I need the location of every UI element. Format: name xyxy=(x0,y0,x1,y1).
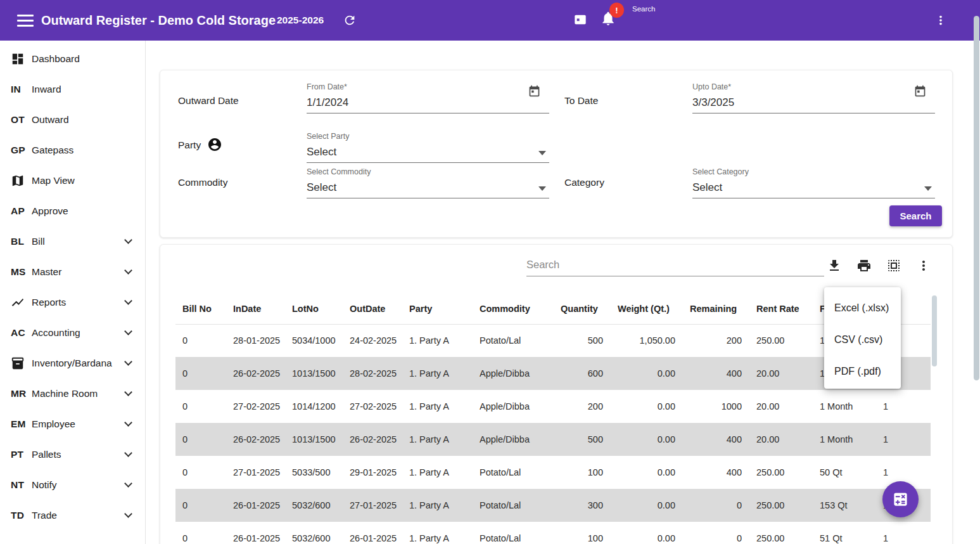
table-row[interactable]: 026-01-20255032/60027-01-20251. Party AP… xyxy=(175,489,931,522)
sidebar-item-trade[interactable]: TDTrade xyxy=(0,500,145,531)
cell xyxy=(908,324,931,357)
menu-item-csv-csv[interactable]: CSV (.csv) xyxy=(824,324,901,356)
from-date-field[interactable]: From Date* 1/1/2024 xyxy=(307,81,549,113)
column-header-indate[interactable]: InDate xyxy=(226,294,285,324)
sidebar-item-dashboard[interactable]: Dashboard xyxy=(0,44,145,74)
table-row[interactable]: 028-01-20255034/100024-02-20251. Party A… xyxy=(175,324,931,357)
sidebar-item-label: Notify xyxy=(32,479,57,491)
cell: 1. Party A xyxy=(402,357,473,390)
inventory-icon xyxy=(11,356,32,370)
cell xyxy=(908,423,931,456)
sidebar-item-label: Master xyxy=(32,266,61,278)
chevron-down-icon xyxy=(124,297,132,305)
column-header-quantity[interactable]: Quantity xyxy=(554,294,611,324)
column-header-rent-rate[interactable]: Rent Rate xyxy=(749,294,813,324)
upto-date-field[interactable]: Upto Date* 3/3/2025 xyxy=(692,81,935,113)
sidebar-item-machine-room[interactable]: MRMachine Room xyxy=(0,379,145,409)
sidebar-item-label: Trade xyxy=(32,510,57,521)
calculator-fab[interactable] xyxy=(882,481,919,517)
sidebar-item-accounting[interactable]: ACAccounting xyxy=(0,318,145,348)
sidebar-item-employee[interactable]: EMEmployee xyxy=(0,409,145,439)
page-scrollbar[interactable] xyxy=(973,0,980,544)
menu-item-pdf-pdf[interactable]: PDF (.pdf) xyxy=(824,356,901,387)
cell: 26-02-2025 xyxy=(226,423,285,456)
menu-item-excel-xlsx[interactable]: Excel (.xlsx) xyxy=(824,292,901,324)
sidebar-item-inventory-bardana[interactable]: Inventory/Bardana xyxy=(0,348,145,379)
cell: 0 xyxy=(683,489,749,522)
menu-icon[interactable] xyxy=(17,15,34,27)
chart-icon xyxy=(11,295,32,309)
sidebar-item-reports[interactable]: Reports xyxy=(0,287,145,318)
dropdown-arrow-icon xyxy=(924,186,932,191)
table-scrollbar-thumb[interactable] xyxy=(932,295,937,366)
chevron-down-icon xyxy=(124,510,132,518)
table-search-input[interactable] xyxy=(526,256,824,276)
export-menu: Excel (.xlsx)CSV (.csv)PDF (.pdf) xyxy=(824,287,901,389)
sidebar-item-pallets[interactable]: PTPallets xyxy=(0,439,145,470)
column-header-weight-qt[interactable]: Weight (Qt.) xyxy=(611,294,683,324)
column-header-commodity[interactable]: Commodity xyxy=(473,294,554,324)
cell: 400 xyxy=(683,423,749,456)
cell: 0 xyxy=(175,423,226,456)
cell: 1,050.00 xyxy=(611,324,683,357)
party-select[interactable]: Select Party Select xyxy=(307,130,549,163)
more-icon[interactable] xyxy=(915,257,932,275)
table-row[interactable]: 026-02-20251013/150026-02-20251. Party A… xyxy=(175,423,931,456)
chevron-down-icon xyxy=(124,418,132,427)
cell: 26-02-2025 xyxy=(226,357,285,390)
column-header-lotno[interactable]: LotNo xyxy=(285,294,343,324)
picture-in-picture-icon[interactable] xyxy=(573,13,587,27)
sidebar-item-approve[interactable]: APApprove xyxy=(0,196,145,226)
cell: 1. Party A xyxy=(402,423,473,456)
search-button[interactable]: Search xyxy=(889,205,942,226)
download-icon[interactable] xyxy=(825,257,843,275)
sidebar-item-bill[interactable]: BLBill xyxy=(0,226,145,257)
column-header-remaining[interactable]: Remaining xyxy=(683,294,749,324)
sidebar-item-label: Reports xyxy=(32,297,66,308)
column-header-party[interactable]: Party xyxy=(402,294,473,324)
calendar-icon[interactable] xyxy=(528,84,541,100)
category-select[interactable]: Select Category Select xyxy=(692,165,935,198)
calendar-icon[interactable] xyxy=(913,84,927,100)
table-row[interactable]: 026-01-20255032/60026-01-20251. Party AP… xyxy=(175,522,931,544)
more-options-icon[interactable] xyxy=(934,13,948,27)
financial-year[interactable]: 2025-2026 xyxy=(277,0,324,41)
sidebar-prefix: AP xyxy=(11,205,32,217)
sidebar-item-label: Inventory/Bardana xyxy=(32,358,112,369)
party-select-floating-label: Select Party xyxy=(307,130,549,141)
cell: 250.00 xyxy=(749,324,813,357)
dropdown-arrow-icon xyxy=(538,186,546,191)
cell: 1 Month xyxy=(813,423,863,456)
sidebar-item-inward[interactable]: INInward xyxy=(0,74,145,105)
sidebar-prefix: MS xyxy=(11,266,32,278)
column-header-t[interactable]: T xyxy=(908,294,931,324)
cell: 400 xyxy=(683,456,749,489)
table-row[interactable]: 026-02-20251013/150028-02-20251. Party A… xyxy=(175,357,931,390)
sidebar-item-notify[interactable]: NTNotify xyxy=(0,470,145,500)
cell: 29-01-2025 xyxy=(343,456,402,489)
column-header-outdate[interactable]: OutDate xyxy=(343,294,402,324)
page-scrollbar-thumb[interactable] xyxy=(974,16,979,380)
print-icon[interactable] xyxy=(855,257,873,275)
table-row[interactable]: 027-01-20255033/50029-01-20251. Party AP… xyxy=(175,456,931,489)
sidebar-item-master[interactable]: MSMaster xyxy=(0,257,145,287)
sidebar-prefix: EM xyxy=(11,418,32,430)
chevron-down-icon xyxy=(124,266,132,275)
table-row[interactable]: 027-02-20251014/120027-02-20251. Party A… xyxy=(175,390,931,423)
cell: 28-02-2025 xyxy=(343,357,402,390)
sidebar-prefix: TD xyxy=(11,510,32,521)
cell xyxy=(908,357,931,390)
cell: 0 xyxy=(175,489,226,522)
sidebar-item-gatepass[interactable]: GPGatepass xyxy=(0,135,145,165)
app-bar: Outward Register - Demo Cold Storage 202… xyxy=(0,0,980,41)
select-all-icon[interactable] xyxy=(885,257,903,275)
column-header-bill-no[interactable]: Bill No xyxy=(175,294,226,324)
sidebar-item-label: Employee xyxy=(32,418,75,430)
commodity-select[interactable]: Select Commodity Select xyxy=(307,165,549,198)
sidebar-prefix: MR xyxy=(11,388,32,399)
refresh-icon[interactable] xyxy=(343,13,357,27)
sidebar-item-map-view[interactable]: Map View xyxy=(0,165,145,196)
sidebar-item-outward[interactable]: OTOutward xyxy=(0,105,145,135)
from-date-floating-label: From Date* xyxy=(307,81,549,91)
sidebar-item-label: Outward xyxy=(32,114,69,126)
